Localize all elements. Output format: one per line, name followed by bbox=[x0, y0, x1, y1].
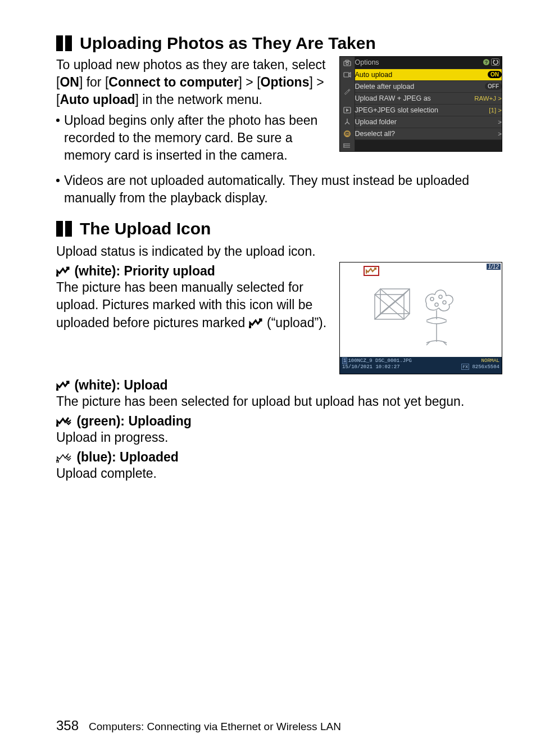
svg-text:@: @ bbox=[345, 132, 349, 136]
playback-screenshot: 1/12 bbox=[339, 262, 502, 374]
menu-item: Delete after upload bbox=[355, 80, 469, 92]
svg-line-19 bbox=[375, 289, 380, 295]
section-marker-icon bbox=[56, 35, 74, 51]
menu-item: Deselect all? bbox=[355, 128, 469, 139]
section1-intro: To upload new photos as they are taken, … bbox=[56, 56, 327, 108]
menu-side-icon bbox=[340, 116, 355, 128]
menu-value: OFF bbox=[469, 80, 502, 92]
upload-icon-inline bbox=[249, 318, 264, 328]
section1-bullet1: Upload begins only after the photo has b… bbox=[64, 112, 327, 164]
svg-line-20 bbox=[404, 289, 410, 295]
sub3-heading: (green): Uploading bbox=[56, 414, 502, 429]
svg-text:?: ? bbox=[485, 60, 488, 65]
menu-side-icon bbox=[340, 57, 355, 69]
playback-counter: 1/12 bbox=[487, 264, 501, 270]
sub2-body: The picture has been selected for upload… bbox=[56, 393, 502, 410]
bullet-icon bbox=[56, 179, 60, 182]
menu-side-icon bbox=[340, 80, 355, 104]
upload-icon bbox=[56, 381, 71, 391]
menu-side-icon: @ bbox=[340, 128, 355, 139]
menu-side-icon bbox=[340, 139, 355, 151]
sample-image bbox=[370, 275, 471, 348]
svg-point-2 bbox=[346, 62, 348, 64]
uploaded-icon bbox=[56, 452, 73, 463]
section1-heading: Uploading Photos as They Are Taken bbox=[80, 34, 376, 53]
menu-item: Auto upload bbox=[355, 69, 469, 80]
bullet-icon bbox=[56, 119, 60, 122]
page-number: 358 bbox=[56, 718, 79, 734]
svg-point-23 bbox=[430, 297, 434, 301]
playback-info-right: NORMAL FX 8256x5504 bbox=[461, 358, 499, 373]
svg-rect-12 bbox=[249, 326, 251, 328]
section-marker-icon bbox=[56, 221, 74, 237]
menu-item: JPEG+JPEG slot selection bbox=[355, 104, 469, 116]
footer-label: Computers: Connecting via Ethernet or Wi… bbox=[89, 721, 341, 733]
menu-value: > bbox=[469, 116, 502, 128]
back-icon bbox=[491, 58, 499, 66]
menu-value: RAW+J > bbox=[469, 92, 502, 104]
sub1-body: The picture has been manually selected f… bbox=[56, 279, 327, 331]
priority-upload-icon bbox=[56, 266, 71, 277]
sub2-heading: (white): Upload bbox=[56, 378, 502, 393]
playback-info-left: 1100NCZ_9 DSC_0001.JPG 15/10/2021 10:02:… bbox=[342, 358, 412, 373]
sub3-body: Upload in progress. bbox=[56, 429, 502, 446]
menu-value: [1] > bbox=[469, 104, 502, 116]
svg-line-22 bbox=[404, 314, 410, 319]
upload-icon-overlay bbox=[364, 266, 379, 276]
menu-item: Upload folder bbox=[355, 116, 469, 128]
section1-bullet2: Videos are not uploaded automatically. T… bbox=[64, 172, 502, 207]
menu-value: ON bbox=[469, 69, 502, 80]
menu-item: Upload RAW + JPEG as bbox=[355, 92, 469, 104]
svg-line-21 bbox=[375, 314, 380, 319]
menu-item-empty bbox=[355, 139, 502, 151]
menu-side-icon bbox=[340, 104, 355, 116]
svg-rect-11 bbox=[56, 274, 58, 277]
menu-value: > bbox=[469, 128, 502, 139]
svg-rect-6 bbox=[344, 73, 349, 77]
help-icon: ? bbox=[483, 58, 490, 66]
svg-point-26 bbox=[435, 303, 438, 306]
svg-rect-31 bbox=[56, 388, 58, 391]
sub4-heading: (blue): Uploaded bbox=[56, 450, 502, 465]
svg-rect-32 bbox=[56, 424, 58, 427]
svg-point-25 bbox=[443, 301, 446, 304]
menu-title: Options ? bbox=[355, 57, 502, 69]
section2-heading: The Upload Icon bbox=[80, 219, 211, 238]
sub4-body: Upload complete. bbox=[56, 465, 502, 482]
svg-point-24 bbox=[439, 295, 442, 298]
menu-side-icon bbox=[340, 69, 355, 80]
uploading-icon bbox=[56, 417, 73, 427]
sub1-heading: (white): Priority upload bbox=[56, 264, 327, 279]
menu-screenshot: Options ? Auto upload ON bbox=[339, 56, 502, 152]
section2-intro: Upload status is indicated by the upload… bbox=[56, 243, 327, 260]
